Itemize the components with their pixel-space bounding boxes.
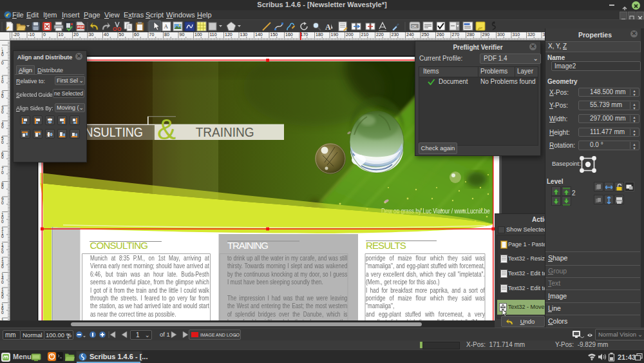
- svg-text:PDF: PDF: [77, 25, 85, 29]
- svg-text:A: A: [164, 23, 169, 30]
- svg-text:A: A: [325, 23, 331, 32]
- svg-text:OK: OK: [412, 25, 417, 28]
